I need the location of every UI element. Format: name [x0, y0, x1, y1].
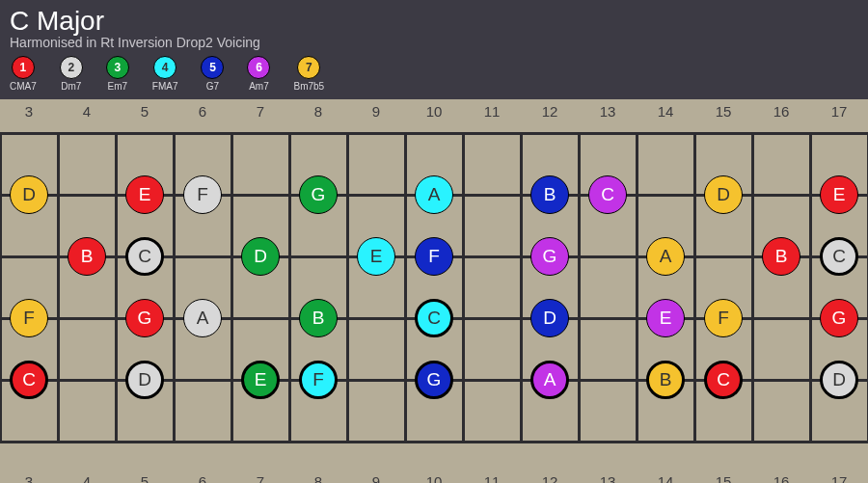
note-B: B [299, 299, 338, 337]
legend-circle: 5 [201, 56, 224, 79]
legend-item-Am7: 6Am7 [247, 56, 270, 92]
fret-number: 8 [314, 103, 322, 120]
note-C: C [10, 361, 48, 399]
legend-label: Dm7 [61, 81, 81, 92]
fret-number: 3 [25, 473, 33, 483]
note-D: D [530, 299, 569, 337]
fret-number: 11 [484, 103, 501, 120]
legend-label: FMA7 [152, 81, 178, 92]
fret-line [636, 133, 638, 442]
fret-number: 7 [257, 473, 264, 483]
legend-item-Dm7: 2Dm7 [60, 56, 83, 92]
fret-number: 9 [372, 103, 380, 120]
legend-item-G7: 5G7 [201, 56, 224, 92]
note-B: B [646, 361, 685, 399]
fret-line [520, 133, 523, 442]
fret-line [809, 133, 812, 442]
note-E: E [820, 175, 858, 214]
fret-number: 12 [542, 473, 558, 483]
fret-number: 5 [141, 103, 149, 120]
note-E: E [241, 361, 280, 399]
legend-item-FMA7: 4FMA7 [152, 56, 178, 92]
fret-number: 15 [716, 473, 732, 483]
fret-number: 15 [716, 103, 732, 120]
fret-line [578, 133, 581, 442]
note-C: C [125, 237, 164, 276]
fret-number: 14 [658, 473, 674, 483]
fret-line [346, 133, 349, 442]
fret-number: 4 [83, 473, 91, 483]
note-B: B [762, 237, 800, 276]
note-F: F [183, 175, 222, 214]
fret-number: 8 [314, 473, 322, 483]
fret-line [288, 133, 291, 442]
fret-line [404, 133, 407, 442]
legend-label: CMA7 [10, 81, 37, 92]
note-A: A [530, 361, 569, 399]
note-B: B [68, 237, 106, 276]
fret-line [751, 133, 754, 442]
legend-label: Bm7b5 [293, 81, 324, 92]
note-D: D [704, 175, 743, 214]
note-E: E [125, 175, 164, 214]
legend-item-Em7: 3Em7 [106, 56, 129, 92]
note-C: C [820, 237, 858, 276]
legend-circle: 1 [12, 56, 35, 79]
note-E: E [357, 237, 395, 276]
fret-number: 5 [141, 473, 149, 483]
fretboard-diagram: 34567891011121314151617 3456789101112131… [0, 99, 868, 479]
fret-number: 4 [83, 103, 91, 120]
note-E: E [646, 299, 685, 337]
fret-number: 12 [542, 103, 558, 120]
legend-circle: 4 [153, 56, 176, 79]
legend-circle: 6 [247, 56, 270, 79]
note-F: F [10, 299, 48, 337]
legend-circle: 7 [297, 56, 320, 79]
note-B: B [530, 175, 569, 214]
fret-number: 10 [426, 103, 443, 120]
fret-number: 7 [257, 103, 264, 120]
fret-number: 6 [199, 103, 206, 120]
legend-circle: 2 [60, 56, 83, 79]
note-C: C [588, 175, 627, 214]
note-G: G [820, 299, 858, 337]
legend: 1CMA72Dm73Em74FMA75G76Am77Bm7b5 [10, 56, 858, 92]
note-G: G [415, 361, 453, 399]
fret-number: 13 [600, 473, 616, 483]
note-A: A [646, 237, 685, 276]
note-G: G [299, 175, 338, 214]
legend-label: Em7 [108, 81, 128, 92]
legend-label: Am7 [249, 81, 269, 92]
note-G: G [125, 299, 164, 337]
fret-line [173, 133, 176, 442]
fret-number: 3 [25, 103, 33, 120]
fret-line [231, 133, 233, 442]
legend-label: G7 [206, 81, 219, 92]
fret-number: 13 [600, 103, 616, 120]
note-A: A [183, 299, 222, 337]
note-D: D [241, 237, 280, 276]
fret-line [0, 133, 2, 442]
fret-number: 14 [658, 103, 674, 120]
subtitle: Harmonised in Rt Inversion Drop2 Voicing [10, 35, 858, 50]
fret-number: 9 [372, 473, 380, 483]
note-D: D [820, 361, 858, 399]
fret-number: 16 [773, 473, 790, 483]
string-line [0, 441, 868, 443]
note-A: A [415, 175, 453, 214]
string-line [0, 132, 868, 135]
note-D: D [125, 361, 164, 399]
note-C: C [415, 299, 453, 337]
fret-number: 17 [831, 473, 848, 483]
fret-line [57, 133, 60, 442]
fret-number: 11 [484, 473, 501, 483]
note-C: C [704, 361, 743, 399]
fret-number: 6 [199, 473, 206, 483]
legend-item-CMA7: 1CMA7 [10, 56, 37, 92]
fret-line [693, 133, 696, 442]
note-D: D [10, 175, 48, 214]
header: C Major Harmonised in Rt Inversion Drop2… [0, 0, 868, 99]
legend-item-Bm7b5: 7Bm7b5 [293, 56, 324, 92]
fret-line [115, 133, 118, 442]
legend-circle: 3 [106, 56, 129, 79]
